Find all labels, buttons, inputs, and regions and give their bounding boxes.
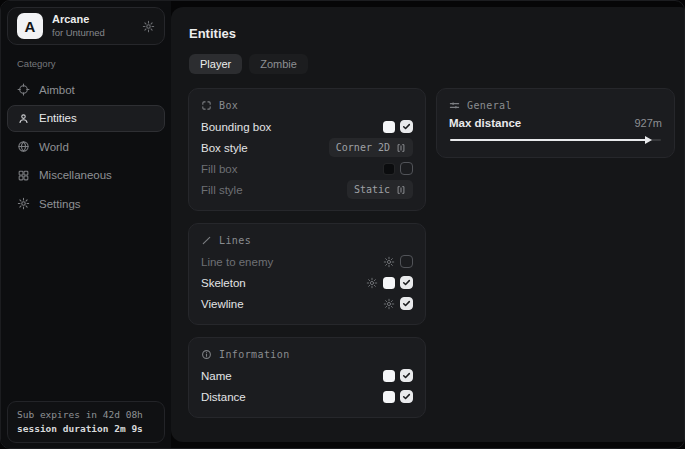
panels-columns: Box Bounding box Box style — [188, 88, 675, 418]
skeleton-gear-icon[interactable] — [366, 277, 378, 289]
setting-label: Name — [201, 370, 232, 382]
fill-style-dropdown[interactable]: Static — [347, 180, 413, 199]
setting-row-distance: Distance — [201, 386, 413, 407]
sidebar-item-label: Entities — [39, 112, 77, 124]
skeleton-checkbox[interactable] — [400, 276, 413, 289]
selector-brackets-icon — [396, 185, 406, 195]
setting-label: Fill style — [201, 184, 243, 196]
sidebar-nav: Aimbot Entities World Miscellaneous — [7, 76, 165, 217]
setting-label: Viewline — [201, 298, 244, 310]
line-to-enemy-checkbox[interactable] — [400, 255, 413, 268]
panel-title: Box — [219, 100, 238, 111]
setting-row-box-style: Box style Corner 2D — [201, 137, 413, 158]
slider-label: Max distance — [449, 117, 521, 129]
line-to-enemy-gear-icon[interactable] — [383, 256, 395, 268]
sliders-icon — [449, 100, 460, 111]
setting-label: Fill box — [201, 163, 237, 175]
entity-tabs: Player Zombie — [189, 54, 675, 74]
setting-row-line-to-enemy: Line to enemy — [201, 251, 413, 272]
brand-text: Arcane for Unturned — [52, 13, 105, 39]
sidebar-item-world[interactable]: World — [7, 133, 165, 160]
slider-arrow-thumb[interactable] — [645, 136, 652, 144]
general-panel: General Max distance 927m — [436, 88, 675, 158]
corner-brackets-icon — [201, 100, 212, 111]
sub-expires-text: Sub expires in 42d 08h — [17, 408, 155, 422]
selector-brackets-icon — [396, 143, 406, 153]
right-column: General Max distance 927m — [436, 88, 675, 158]
sidebar-item-label: World — [39, 141, 69, 153]
setting-label: Bounding box — [201, 121, 271, 133]
crosshair-icon — [17, 83, 30, 96]
left-column: Box Bounding box Box style — [188, 88, 426, 418]
viewline-gear-icon[interactable] — [383, 298, 395, 310]
main-content: Entities Player Zombie Box Bounding box — [171, 7, 685, 442]
category-label: Category — [17, 58, 161, 69]
brand-logo: A — [17, 13, 43, 39]
info-icon — [201, 349, 212, 360]
setting-row-fill-style: Fill style Static — [201, 179, 413, 200]
viewline-checkbox[interactable] — [400, 297, 413, 310]
general-panel-header: General — [449, 100, 662, 111]
panel-title: Lines — [219, 235, 251, 246]
panel-title: Information — [219, 349, 290, 360]
dropdown-value: Corner 2D — [336, 142, 390, 153]
setting-label: Distance — [201, 391, 246, 403]
setting-row-name: Name — [201, 365, 413, 386]
slider-fill — [450, 139, 646, 141]
subscription-info-card: Sub expires in 42d 08h session duration … — [7, 401, 165, 443]
diagonal-line-icon — [201, 235, 212, 246]
tab-player[interactable]: Player — [189, 54, 242, 74]
setting-label: Box style — [201, 142, 248, 154]
app-window: A Arcane for Unturned Category Aimbot — [0, 0, 685, 449]
globe-icon — [17, 140, 30, 153]
slider-value: 927m — [634, 117, 662, 129]
brand-card: A Arcane for Unturned — [7, 7, 165, 45]
sidebar-item-aimbot[interactable]: Aimbot — [7, 76, 165, 103]
color-swatch[interactable] — [383, 163, 395, 175]
setting-label: Line to enemy — [201, 256, 273, 268]
information-panel-header: Information — [201, 349, 413, 360]
box-panel-header: Box — [201, 100, 413, 111]
sidebar-item-settings[interactable]: Settings — [7, 190, 165, 217]
lines-panel-header: Lines — [201, 235, 413, 246]
setting-row-fill-box: Fill box — [201, 158, 413, 179]
brand-settings-gear-icon[interactable] — [142, 20, 155, 33]
lines-panel: Lines Line to enemy — [188, 223, 426, 325]
sidebar-item-label: Miscellaneous — [39, 169, 112, 181]
brand-name: Arcane — [52, 13, 105, 27]
page-title: Entities — [189, 26, 675, 41]
brand-subtitle: for Unturned — [52, 27, 105, 39]
sidebar-item-entities[interactable]: Entities — [7, 105, 165, 132]
sidebar: A Arcane for Unturned Category Aimbot — [1, 1, 171, 448]
panel-title: General — [467, 100, 512, 111]
dropdown-value: Static — [354, 184, 390, 195]
distance-checkbox[interactable] — [400, 390, 413, 403]
name-checkbox[interactable] — [400, 369, 413, 382]
gear-icon — [17, 197, 30, 210]
box-panel: Box Bounding box Box style — [188, 88, 426, 211]
bounding-box-checkbox[interactable] — [400, 120, 413, 133]
color-swatch[interactable] — [383, 277, 395, 289]
max-distance-slider[interactable] — [450, 135, 661, 144]
grid-icon — [17, 169, 30, 182]
setting-label: Skeleton — [201, 277, 246, 289]
color-swatch[interactable] — [383, 370, 395, 382]
setting-row-skeleton: Skeleton — [201, 272, 413, 293]
entities-icon — [17, 112, 30, 125]
setting-row-viewline: Viewline — [201, 293, 413, 314]
sidebar-item-label: Settings — [39, 198, 81, 210]
information-panel: Information Name Distance — [188, 337, 426, 418]
tab-zombie[interactable]: Zombie — [249, 54, 308, 74]
sidebar-item-label: Aimbot — [39, 84, 75, 96]
session-duration-text: session duration 2m 9s — [17, 422, 155, 436]
color-swatch[interactable] — [383, 121, 395, 133]
max-distance-row: Max distance 927m — [449, 117, 662, 129]
sidebar-item-miscellaneous[interactable]: Miscellaneous — [7, 162, 165, 189]
fill-box-checkbox[interactable] — [400, 162, 413, 175]
setting-row-bounding-box: Bounding box — [201, 116, 413, 137]
color-swatch[interactable] — [383, 391, 395, 403]
box-style-dropdown[interactable]: Corner 2D — [329, 138, 413, 157]
